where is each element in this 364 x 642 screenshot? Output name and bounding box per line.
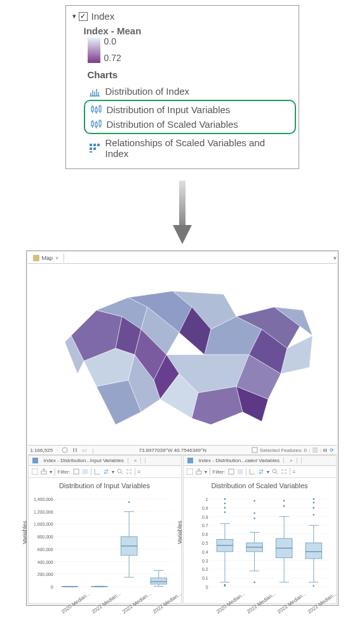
svg-point-141 [253, 582, 255, 584]
x-tick-label: 2022 Median... [245, 596, 268, 615]
chart-item-histogram[interactable]: Distribution of Index [88, 84, 292, 99]
chart-item-label: Relationships of Scaled Variables and In… [105, 137, 290, 159]
svg-rect-27 [90, 147, 92, 150]
svg-rect-35 [76, 448, 77, 452]
swap-icon[interactable] [103, 468, 109, 475]
pause-icon[interactable]: II [323, 447, 327, 453]
svg-rect-24 [90, 144, 92, 146]
contents-panel: ▾ ✓ Index Index - Mean 0.0 0.72 Charts D… [65, 5, 299, 169]
svg-rect-44 [74, 469, 79, 474]
chart-item-label: Distribution of Index [105, 86, 190, 97]
selection-icon[interactable] [252, 447, 258, 453]
svg-rect-50 [126, 472, 128, 474]
close-icon[interactable]: × [286, 458, 297, 463]
svg-rect-49 [130, 469, 131, 471]
y-axis-label: Variables [22, 521, 28, 544]
x-axis-labels: 2020 Median...2022 Median...2022 Median.… [32, 596, 177, 602]
map-view[interactable] [28, 264, 337, 445]
svg-rect-87 [150, 578, 166, 584]
chart-tab-label: Index - Distribution...caled Variables [195, 458, 284, 463]
svg-point-132 [224, 585, 226, 587]
export-icon[interactable] [196, 468, 202, 475]
table-icon[interactable] [187, 468, 193, 475]
map-tab[interactable]: Map × [28, 254, 65, 263]
selected-features: Selected Features: 0 [260, 447, 307, 453]
chart-title: Distribution of Scaled Variables [184, 478, 336, 491]
chart-tab[interactable]: Index - Distribution...caled Variables × [184, 458, 302, 463]
scale-display[interactable]: 1:166,525 [30, 447, 53, 453]
full-extent-icon[interactable] [281, 468, 287, 475]
svg-text:0.6: 0.6 [202, 532, 208, 536]
chevron-down-icon[interactable]: ▾ [334, 255, 337, 261]
x-tick-label: 2020 Median... [215, 596, 238, 615]
chart-pane-right: Index - Distribution...caled Variables ×… [183, 455, 337, 604]
svg-text:0.1: 0.1 [202, 576, 208, 580]
axis-icon[interactable] [94, 468, 100, 475]
export-icon[interactable] [41, 468, 47, 475]
svg-text:0.9: 0.9 [202, 506, 208, 510]
y-axis-label: Variables [177, 521, 183, 544]
axis-icon[interactable] [249, 468, 255, 475]
svg-rect-90 [187, 468, 193, 475]
svg-text:0.2: 0.2 [202, 567, 208, 571]
x-tick-label: 2022 Median... [90, 596, 113, 615]
map-tab-bar: Map × ▾ [28, 252, 337, 264]
list-icon[interactable] [312, 447, 318, 453]
layer-visibility-checkbox[interactable]: ✓ [79, 12, 88, 21]
svg-rect-42 [32, 468, 38, 475]
svg-point-158 [313, 585, 314, 587]
refresh-icon[interactable]: ⟳ [330, 447, 334, 453]
svg-marker-31 [173, 225, 192, 244]
full-extent-icon[interactable] [126, 468, 132, 475]
svg-text:1,000,000: 1,000,000 [33, 522, 53, 526]
svg-rect-15 [91, 121, 93, 126]
table-icon[interactable] [32, 468, 38, 475]
svg-point-127 [224, 512, 226, 514]
histogram-icon [89, 86, 100, 97]
rotate-icon[interactable] [62, 447, 68, 453]
close-icon[interactable]: × [130, 458, 142, 463]
zoom-icon[interactable] [272, 468, 278, 475]
selection-filter-icon[interactable] [237, 468, 243, 475]
svg-rect-18 [95, 123, 97, 126]
svg-point-147 [283, 505, 285, 507]
chart-tab[interactable]: Index - Distribution...Input Variables × [29, 458, 146, 463]
close-icon[interactable]: × [55, 255, 58, 261]
svg-text:0.8: 0.8 [202, 515, 208, 519]
svg-rect-41 [32, 458, 38, 463]
pause-icon[interactable] [72, 447, 78, 453]
legend-min: 0.0 [104, 36, 116, 46]
svg-rect-6 [91, 107, 93, 111]
legend-title: Index - Mean [84, 25, 292, 36]
layer-row[interactable]: ▾ ✓ Index [72, 11, 292, 22]
svg-text:600,000: 600,000 [37, 547, 53, 552]
selection-filter-icon[interactable] [82, 468, 88, 475]
chart-title: Distribution of Input Variables [29, 478, 181, 491]
svg-rect-152 [305, 543, 321, 559]
chart-panels: Index - Distribution...Input Variables ×… [28, 455, 337, 604]
expand-triangle-icon[interactable]: ▾ [72, 12, 76, 20]
svg-rect-32 [33, 255, 39, 261]
chart-item-relationships[interactable]: Relationships of Scaled Variables and In… [88, 135, 292, 161]
svg-rect-98 [281, 472, 283, 474]
svg-rect-12 [99, 106, 101, 111]
chart-item-input-vars[interactable]: Distribution of Input Variables [89, 102, 291, 117]
x-axis-labels: 2020 Median...2022 Median...2022 Median.… [187, 596, 332, 602]
svg-text:1,400,000: 1,400,000 [33, 497, 53, 502]
chart-icon [32, 458, 38, 463]
extent-filter-icon[interactable] [228, 468, 234, 475]
extent-filter-icon[interactable] [73, 468, 79, 475]
chart-item-scaled-vars[interactable]: Distribution of Scaled Variables [89, 117, 291, 132]
svg-point-138 [253, 517, 255, 519]
svg-rect-37 [252, 447, 257, 453]
xy-icon[interactable]: XY [82, 447, 88, 453]
menu-icon[interactable]: ≡ [138, 469, 141, 475]
boxplot-chart: 00.10.20.30.40.50.60.70.80.91 [187, 493, 332, 595]
svg-text:200,000: 200,000 [37, 572, 53, 577]
chart-icon [187, 458, 193, 463]
swap-icon[interactable] [258, 468, 264, 475]
zoom-icon[interactable] [117, 468, 123, 475]
chart-toolbar: ▾ Filter: ▾ ≡ [29, 466, 181, 478]
x-tick-label: 2022 Median... [121, 596, 144, 615]
menu-icon[interactable]: ≡ [293, 469, 296, 475]
